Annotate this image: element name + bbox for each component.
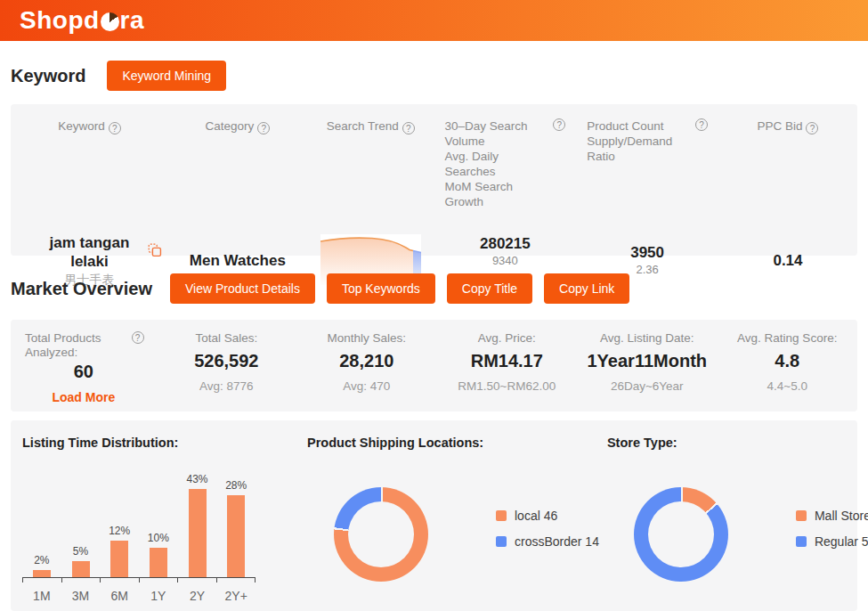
col-header-search-volume: 30–Day Search Volume Avg. Daily Searches… [434, 118, 576, 209]
bar-rect [33, 570, 51, 577]
bar-rect [150, 548, 167, 577]
bar-rect [72, 561, 90, 577]
view-product-details-button[interactable]: View Product Details [170, 273, 315, 304]
stat-monthly-sales: Monthly Sales: 28,210 Avg: 470 [296, 331, 436, 411]
legend-label: crossBorder 14 [515, 534, 599, 549]
keyword-text: jam tangan lelaki [40, 233, 138, 272]
x-tick-label: 1Y [139, 589, 178, 603]
shopdora-app: Shopdra Keyword Keyword Mining Keyword? … [0, 0, 868, 611]
legend-swatch-crossborder [496, 536, 507, 547]
store-type-chart: Store Type: Mall Store 8 Regular 52 [599, 420, 868, 611]
bar-group: 10% [139, 532, 178, 577]
bar-value-label: 43% [187, 473, 208, 485]
supply-demand-value: 2.36 [636, 262, 658, 279]
market-stats-panel: Total Products Analyzed: ? 60 Load More … [11, 320, 857, 411]
legend-swatch-local [496, 510, 507, 521]
category-value: Men Watches [190, 252, 286, 270]
legend-item[interactable]: crossBorder 14 [496, 534, 599, 549]
ppc-bid-value: 0.14 [773, 252, 802, 270]
stat-avg-listing-date: Avg. Listing Date: 1Year11Month 26Day~6Y… [577, 331, 717, 411]
top-keywords-button[interactable]: Top Keywords [327, 273, 435, 304]
copy-title-button[interactable]: Copy Title [447, 273, 532, 304]
ppc-bid-cell: 0.14 [718, 220, 857, 302]
market-overview-title: Market Overview [11, 279, 152, 299]
col-header-product-count: Product Count Supply/Demand Ratio? [576, 118, 718, 209]
x-axis-labels: 1M 3M 6M 1Y 2Y 2Y+ [22, 589, 256, 603]
shipping-donut [334, 487, 428, 582]
legend-swatch-mall [796, 510, 807, 521]
stat-value: 1Year11Month [577, 351, 717, 371]
shipping-locations-title: Product Shipping Locations: [307, 436, 599, 450]
stat-label: Avg. Rating Score: [718, 331, 857, 346]
col-header-search-trend-label: Search Trend [327, 119, 399, 133]
stat-sub: 4.4~5.0 [718, 379, 857, 393]
legend-label: local 46 [515, 509, 557, 523]
bar-value-label: 5% [73, 545, 88, 558]
store-type-legend: Mall Store 8 Regular 52 [796, 509, 868, 549]
x-tick-label: 1M [22, 589, 61, 603]
keyword-section-header: Keyword Keyword Mining [0, 61, 868, 91]
legend-label: Mall Store 8 [815, 509, 868, 523]
col-header-search-volume-label: 30–Day Search Volume Avg. Daily Searches… [444, 118, 549, 209]
help-icon[interactable]: ? [806, 122, 818, 134]
col-header-category-label: Category [205, 119, 254, 133]
bar-group: 5% [61, 545, 101, 577]
stat-label: Total Sales: [157, 331, 296, 346]
listing-time-title: Listing Time Distribution: [22, 436, 298, 450]
bar-group: 12% [100, 525, 139, 577]
stat-sub: 26Day~6Year [577, 379, 717, 393]
shipping-locations-chart: Product Shipping Locations: local 46 cro… [298, 420, 599, 611]
shopdora-logo[interactable]: Shopdra [20, 6, 144, 35]
top-bar: Shopdra [0, 0, 868, 41]
copy-keyword-icon[interactable] [148, 243, 162, 261]
bar-value-label: 12% [109, 525, 130, 537]
stat-sub: Avg: 470 [296, 379, 436, 393]
stat-value: 28,210 [296, 351, 436, 371]
bar-group: 43% [178, 473, 217, 577]
bar-rect [110, 541, 128, 577]
stat-label: Avg. Listing Date: [577, 331, 717, 346]
stat-label: Avg. Price: [437, 331, 577, 346]
stat-sub: Avg: 8776 [157, 379, 296, 393]
keyword-mining-button[interactable]: Keyword Mining [107, 61, 226, 91]
table-header-row: Keyword? Category? Search Trend? 30–Day … [11, 118, 857, 209]
avg-daily-searches-value: 9340 [492, 253, 518, 270]
col-header-keyword: Keyword? [11, 118, 168, 209]
col-header-ppc-bid: PPC Bid? [718, 118, 857, 209]
help-icon[interactable]: ? [402, 122, 415, 134]
bar-rect [227, 495, 245, 577]
stat-value: 4.8 [718, 351, 857, 371]
help-icon[interactable]: ? [257, 122, 270, 134]
help-icon[interactable]: ? [695, 118, 708, 131]
legend-item[interactable]: local 46 [496, 509, 599, 523]
store-type-donut [634, 487, 728, 582]
stat-avg-rating: Avg. Rating Score: 4.8 4.4~5.0 [718, 331, 857, 411]
stat-total-products: Total Products Analyzed: ? 60 Load More [11, 331, 157, 411]
help-icon[interactable]: ? [553, 118, 565, 131]
help-icon[interactable]: ? [132, 331, 144, 344]
help-icon[interactable]: ? [109, 122, 121, 134]
col-header-ppc-bid-label: PPC Bid [757, 119, 802, 133]
copy-link-button[interactable]: Copy Link [544, 273, 629, 304]
stat-value: 526,592 [157, 351, 296, 371]
bar-value-label: 10% [148, 532, 169, 544]
col-header-search-trend: Search Trend? [307, 118, 434, 209]
action-buttons: View Product Details Top Keywords Copy T… [170, 273, 629, 304]
shipping-legend: local 46 crossBorder 14 [496, 509, 599, 549]
legend-swatch-regular [796, 536, 807, 547]
x-tick-label: 2Y [178, 589, 217, 603]
bar-value-label: 2% [34, 554, 49, 566]
stat-total-sales: Total Sales: 526,592 Avg: 8776 [157, 331, 296, 411]
load-more-link[interactable]: Load More [11, 390, 157, 404]
bar-value-label: 28% [225, 479, 247, 492]
legend-item[interactable]: Mall Store 8 [796, 509, 868, 523]
stat-avg-price: Avg. Price: RM14.17 RM1.50~RM62.00 [437, 331, 577, 411]
stat-sub: RM1.50~RM62.00 [437, 379, 577, 393]
pie-circle-icon [101, 12, 119, 31]
bar-rect [189, 489, 207, 577]
legend-item[interactable]: Regular 52 [796, 534, 868, 549]
store-type-title: Store Type: [607, 436, 868, 450]
stat-value: RM14.17 [437, 351, 577, 371]
logo-text-right: ra [120, 6, 144, 35]
x-axis [22, 577, 256, 582]
